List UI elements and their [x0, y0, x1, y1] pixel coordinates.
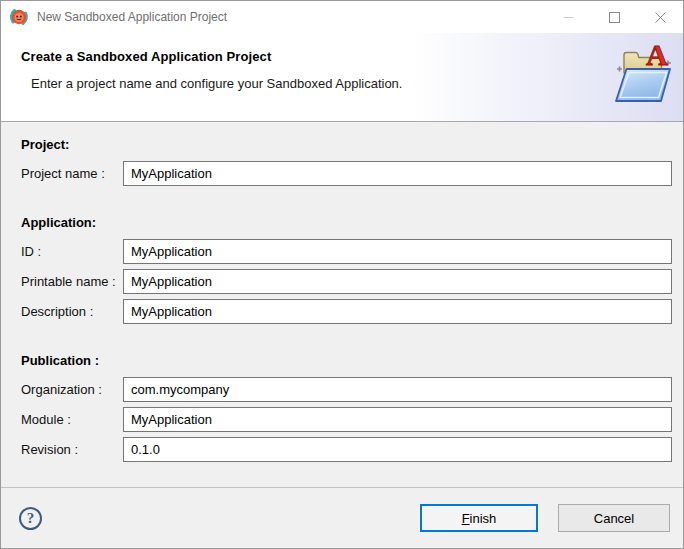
description-input[interactable] [123, 299, 672, 324]
finish-label-rest: inish [470, 511, 497, 526]
revision-input[interactable] [123, 437, 672, 462]
new-sandboxed-application-project-dialog: New Sandboxed Application Project Create… [0, 0, 684, 549]
field-row: ID : [21, 239, 672, 264]
button-bar: ? Finish Cancel [1, 488, 683, 548]
finish-button[interactable]: Finish [420, 504, 538, 532]
field-row: Printable name : [21, 269, 672, 294]
section-heading-application: Application: [21, 216, 672, 230]
field-row: Description : [21, 299, 672, 324]
organization-label: Organization : [21, 382, 123, 397]
module-label: Module : [21, 412, 123, 427]
close-icon [655, 12, 666, 23]
finish-label-mnemonic: F [462, 511, 470, 526]
app-icon [9, 7, 29, 27]
titlebar: New Sandboxed Application Project [1, 1, 683, 33]
field-row: Revision : [21, 437, 672, 462]
field-row: Module : [21, 407, 672, 432]
form-content: Project: Project name : Application: ID … [1, 122, 683, 487]
svg-text:A: A [646, 39, 668, 71]
field-row: Project name : [21, 161, 672, 186]
maximize-button[interactable] [591, 1, 637, 33]
banner-title: Create a Sandboxed Application Project [1, 33, 683, 64]
banner-subtitle: Enter a project name and configure your … [1, 64, 683, 91]
wizard-banner: Create a Sandboxed Application Project E… [1, 33, 683, 121]
maximize-icon [609, 12, 620, 23]
module-input[interactable] [123, 407, 672, 432]
printable-name-input[interactable] [123, 269, 672, 294]
project-name-label: Project name : [21, 166, 123, 181]
cancel-label: Cancel [594, 511, 634, 526]
help-icon: ? [27, 511, 35, 526]
section-heading-project: Project: [21, 138, 672, 152]
revision-label: Revision : [21, 442, 123, 457]
id-label: ID : [21, 244, 123, 259]
new-application-folder-icon: A [610, 39, 676, 109]
id-input[interactable] [123, 239, 672, 264]
close-button[interactable] [637, 1, 683, 33]
project-name-input[interactable] [123, 161, 672, 186]
printable-name-label: Printable name : [21, 274, 123, 289]
help-button[interactable]: ? [19, 507, 42, 530]
section-heading-publication: Publication : [21, 354, 672, 368]
minimize-button [545, 1, 591, 33]
minimize-icon [563, 12, 574, 23]
cancel-button[interactable]: Cancel [558, 504, 670, 532]
description-label: Description : [21, 304, 123, 319]
field-row: Organization : [21, 377, 672, 402]
organization-input[interactable] [123, 377, 672, 402]
window-title: New Sandboxed Application Project [37, 10, 227, 24]
